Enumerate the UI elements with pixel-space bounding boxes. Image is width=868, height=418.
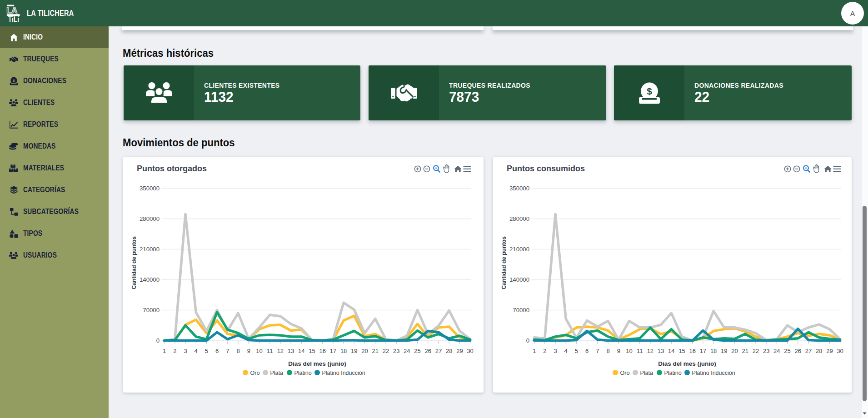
svg-text:Platino Inducción: Platino Inducción — [692, 370, 735, 376]
svg-text:Platino: Platino — [664, 370, 682, 376]
svg-text:5: 5 — [205, 348, 208, 354]
svg-text:Días del mes (junio): Días del mes (junio) — [658, 360, 716, 367]
svg-text:29: 29 — [826, 348, 833, 354]
svg-text:21: 21 — [372, 348, 379, 354]
svg-text:19: 19 — [721, 348, 727, 354]
svg-text:16: 16 — [689, 348, 695, 354]
svg-text:18: 18 — [710, 348, 717, 354]
svg-text:28: 28 — [446, 348, 452, 354]
svg-text:22: 22 — [753, 348, 759, 354]
svg-text:4: 4 — [195, 348, 198, 354]
svg-text:1: 1 — [163, 348, 166, 354]
svg-text:11: 11 — [637, 348, 643, 354]
svg-text:Plata: Plata — [270, 370, 284, 376]
svg-text:6: 6 — [585, 348, 589, 354]
svg-text:20: 20 — [361, 348, 368, 354]
svg-text:17: 17 — [700, 348, 706, 354]
svg-text:70000: 70000 — [143, 307, 160, 314]
svg-text:13: 13 — [288, 348, 294, 354]
svg-text:Cantidad de puntos: Cantidad de puntos — [131, 236, 137, 289]
svg-text:$: $ — [647, 86, 652, 96]
svg-text:0: 0 — [156, 337, 160, 344]
svg-text:9: 9 — [247, 348, 250, 354]
svg-text:22: 22 — [383, 348, 389, 354]
svg-text:16: 16 — [319, 348, 325, 354]
svg-text:Platino Inducción: Platino Inducción — [322, 370, 365, 376]
svg-text:19: 19 — [351, 348, 357, 354]
svg-text:23: 23 — [763, 348, 769, 354]
svg-text:10: 10 — [626, 348, 632, 354]
svg-text:$: $ — [13, 78, 15, 82]
svg-text:15: 15 — [309, 348, 315, 354]
svg-text:27: 27 — [805, 348, 812, 354]
svg-text:Plata: Plata — [640, 370, 653, 376]
svg-text:25: 25 — [784, 348, 790, 354]
svg-text:14: 14 — [298, 348, 304, 354]
svg-text:24: 24 — [773, 348, 780, 354]
svg-text:LA: LA — [6, 6, 17, 15]
svg-text:140000: 140000 — [509, 276, 529, 283]
svg-text:70000: 70000 — [513, 307, 529, 314]
svg-text:7: 7 — [596, 348, 599, 354]
svg-text:210000: 210000 — [509, 246, 529, 253]
svg-text:Días del mes (junio): Días del mes (junio) — [288, 360, 346, 367]
svg-text:350000: 350000 — [509, 185, 529, 192]
svg-text:13: 13 — [658, 348, 664, 354]
svg-text:25: 25 — [414, 348, 420, 354]
svg-text:8: 8 — [236, 348, 239, 354]
svg-text:26: 26 — [425, 348, 431, 354]
svg-text:29: 29 — [456, 348, 463, 354]
svg-text:21: 21 — [742, 348, 748, 354]
svg-text:Oro: Oro — [250, 370, 260, 376]
svg-text:12: 12 — [647, 348, 653, 354]
svg-text:350000: 350000 — [140, 185, 160, 192]
svg-text:TiLi: TiLi — [8, 15, 19, 24]
svg-text:30: 30 — [467, 348, 473, 354]
svg-text:0: 0 — [526, 337, 529, 344]
svg-text:18: 18 — [340, 348, 347, 354]
svg-text:7: 7 — [226, 348, 229, 354]
svg-text:30: 30 — [837, 348, 843, 354]
svg-text:Platino: Platino — [294, 370, 312, 376]
svg-text:28: 28 — [816, 348, 822, 354]
svg-text:Oro: Oro — [620, 370, 630, 376]
svg-text:14: 14 — [668, 348, 674, 354]
svg-text:23: 23 — [393, 348, 399, 354]
svg-text:2: 2 — [543, 348, 546, 354]
svg-text:6: 6 — [215, 348, 219, 354]
svg-text:12: 12 — [277, 348, 284, 354]
svg-text:280000: 280000 — [509, 215, 529, 222]
svg-text:3: 3 — [554, 348, 557, 354]
svg-text:27: 27 — [435, 348, 442, 354]
svg-text:4: 4 — [564, 348, 568, 354]
svg-text:Cantidad de puntos: Cantidad de puntos — [501, 236, 507, 289]
svg-text:11: 11 — [267, 348, 273, 354]
svg-text:15: 15 — [678, 348, 685, 354]
svg-text:8: 8 — [606, 348, 609, 354]
svg-text:3: 3 — [184, 348, 187, 354]
svg-text:10: 10 — [256, 348, 262, 354]
svg-text:17: 17 — [330, 348, 336, 354]
svg-text:2: 2 — [173, 348, 176, 354]
svg-text:1: 1 — [533, 348, 536, 354]
svg-text:140000: 140000 — [140, 276, 160, 283]
svg-text:9: 9 — [617, 348, 620, 354]
svg-text:210000: 210000 — [140, 246, 160, 253]
svg-text:26: 26 — [795, 348, 801, 354]
svg-text:24: 24 — [404, 348, 410, 354]
svg-text:280000: 280000 — [140, 215, 160, 222]
svg-text:20: 20 — [731, 348, 738, 354]
svg-text:5: 5 — [575, 348, 578, 354]
